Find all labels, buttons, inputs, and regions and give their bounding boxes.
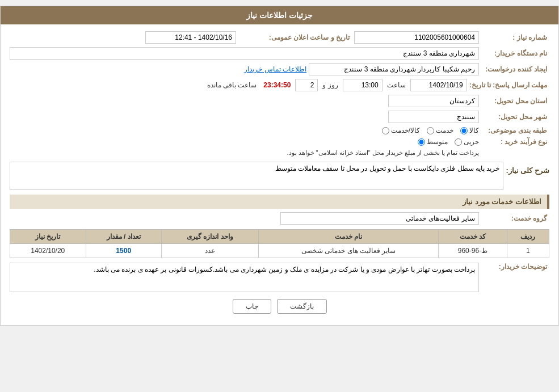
buyer-desc-label: توضیحات خریدار: xyxy=(481,263,549,271)
button-bar: بازگشت چاپ xyxy=(10,299,549,314)
requester-row: ایجاد کننده درخواست: اطلاعات تماس خریدار xyxy=(10,63,549,75)
category-radio-group: کالا/خدمت خدمت کالا xyxy=(382,127,479,134)
need-desc-textarea[interactable]: خرید پایه سطل فلزی دایکاست با حمل و تحوی… xyxy=(10,162,503,190)
province-input xyxy=(388,95,479,107)
need-number-label: شماره نیاز : xyxy=(481,33,549,41)
service-group-row: گروه خدمت: xyxy=(10,212,549,225)
province-row: استان محل تحویل: xyxy=(10,95,549,107)
purchase-medium-label: متوسط xyxy=(427,138,448,146)
category-service-radio[interactable] xyxy=(427,127,434,134)
service-group-label: گروه خدمت: xyxy=(481,214,549,222)
category-row: طبقه بندی موضوعی: کالا/خدمت خدمت کالا xyxy=(10,127,549,134)
table-row: 1 ط-96-960 سایر فعالیت های خدماتی شخصی ع… xyxy=(10,243,549,258)
category-goods-radio[interactable] xyxy=(460,127,468,134)
province-label: استان محل تحویل: xyxy=(481,97,549,105)
buyer-name-label: نام دستگاه خریدار: xyxy=(481,49,549,57)
requester-input xyxy=(309,63,479,75)
remaining-label: ساعت باقی مانده xyxy=(205,81,259,89)
print-button[interactable]: چاپ xyxy=(233,299,271,314)
need-desc-row: شرح کلی نیاز: خرید پایه سطل فلزی دایکاست… xyxy=(10,162,549,190)
announce-label: تاریخ و ساعت اعلان عمومی: xyxy=(238,33,352,41)
category-service-label: خدمت xyxy=(436,127,453,134)
purchase-note: پرداخت تمام یا بخشی از مبلغ خریدار محل "… xyxy=(10,148,479,158)
purchase-type-row: نوع فرآیند خرید : متوسط جزیی پرداخت تمام… xyxy=(10,138,549,158)
buyer-name-input xyxy=(10,47,479,60)
requester-label: ایجاد کننده درخواست: xyxy=(481,65,549,73)
cell-row: 1 xyxy=(507,243,549,258)
deadline-label: مهلت ارسال پاسخ: تا تاریخ: xyxy=(469,81,549,89)
back-button[interactable]: بازگشت xyxy=(277,299,327,314)
city-row: شهر محل تحویل: xyxy=(10,111,549,123)
col-row: ردیف xyxy=(507,229,549,243)
category-goods-service-label: کالا/خدمت xyxy=(391,127,420,134)
purchase-type-label: نوع فرآیند خرید : xyxy=(481,138,549,146)
deadline-days-label: روز و xyxy=(320,81,340,89)
buyer-name-row: نام دستگاه خریدار: xyxy=(10,47,549,60)
services-table: ردیف کد خدمت نام خدمت واحد اندازه گیری ت… xyxy=(10,229,549,258)
purchase-partial-label: جزیی xyxy=(464,138,479,146)
cell-name: سایر فعالیت های خدماتی شخصی xyxy=(258,243,439,258)
deadline-time-label: ساعت xyxy=(385,81,408,89)
city-input xyxy=(388,111,479,123)
need-desc-section-label: شرح کلی نیاز: xyxy=(506,166,549,175)
deadline-days-input xyxy=(295,79,318,91)
deadline-row: مهلت ارسال پاسخ: تا تاریخ: ساعت روز و 23… xyxy=(10,79,549,91)
service-group-input xyxy=(280,212,479,225)
purchase-partial-item: جزیی xyxy=(455,138,479,146)
category-service-item: خدمت xyxy=(427,127,453,134)
cell-code: ط-96-960 xyxy=(439,243,507,258)
col-qty: تعداد / مقدار xyxy=(86,229,161,243)
purchase-medium-item: متوسط xyxy=(418,138,448,146)
purchase-partial-radio[interactable] xyxy=(455,138,462,146)
content-area: شماره نیاز : تاریخ و ساعت اعلان عمومی: ن… xyxy=(1,24,558,325)
page-container: جزئیات اطلاعات نیاز شماره نیاز : تاریخ و… xyxy=(0,6,559,326)
col-unit: واحد اندازه گیری xyxy=(161,229,258,243)
requester-contact-link[interactable]: اطلاعات تماس خریدار xyxy=(244,65,306,73)
cell-date: 1402/10/20 xyxy=(10,243,86,258)
category-goods-service-radio[interactable] xyxy=(382,127,389,134)
cell-unit: عدد xyxy=(161,243,258,258)
col-date: تاریخ نیاز xyxy=(10,229,86,243)
category-label: طبقه بندی موضوعی: xyxy=(481,127,549,134)
announce-input xyxy=(145,31,236,44)
buyer-desc-row: توضیحات خریدار: پرداخت بصورت تهاتر با عو… xyxy=(10,263,549,292)
purchase-medium-radio[interactable] xyxy=(418,138,425,146)
page-header: جزئیات اطلاعات نیاز xyxy=(1,6,558,24)
services-table-section: ردیف کد خدمت نام خدمت واحد اندازه گیری ت… xyxy=(10,229,549,258)
purchase-type-radio-group: متوسط جزیی xyxy=(10,138,479,146)
deadline-date-input xyxy=(410,79,467,91)
category-goods-service-item: کالا/خدمت xyxy=(382,127,420,134)
category-goods-item: کالا xyxy=(460,127,479,134)
need-number-input[interactable] xyxy=(354,31,479,44)
services-section-title: اطلاعات خدمات مورد نیاز xyxy=(10,195,549,209)
city-label: شهر محل تحویل: xyxy=(481,113,549,121)
col-name: نام خدمت xyxy=(258,229,439,243)
page-title: جزئیات اطلاعات نیاز xyxy=(246,11,313,20)
buyer-desc-textarea[interactable]: پرداخت بصورت تهاتر با عوارض مودی و یا شر… xyxy=(10,263,479,292)
cell-qty: 1500 xyxy=(86,243,161,258)
col-code: کد خدمت xyxy=(439,229,507,243)
deadline-time-input xyxy=(343,79,383,91)
countdown-display: 23:34:50 xyxy=(261,81,293,89)
category-goods-label: کالا xyxy=(469,127,479,134)
need-number-row: شماره نیاز : تاریخ و ساعت اعلان عمومی: xyxy=(10,31,549,44)
